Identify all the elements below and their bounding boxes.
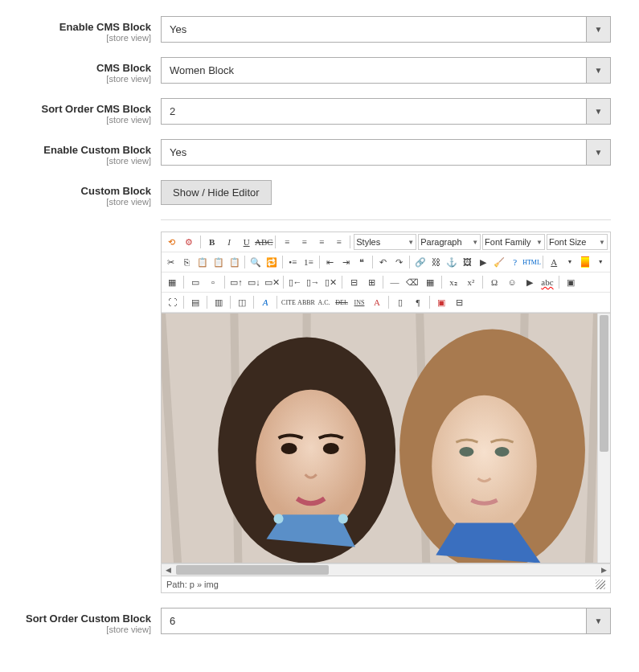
copy-icon[interactable]: ⎘: [180, 254, 195, 270]
visual-aid-icon[interactable]: ▦: [422, 274, 438, 290]
media-browser-icon[interactable]: ▶: [522, 274, 538, 290]
insert-row-before-icon[interactable]: ▭↑: [228, 274, 244, 290]
enable-custom-block-select[interactable]: Yes ▼: [161, 139, 611, 166]
visualchars-icon[interactable]: ▯: [392, 294, 408, 310]
text-color-icon[interactable]: A: [547, 254, 561, 270]
hr-icon[interactable]: —: [387, 274, 403, 290]
toolbar-row-2: ✂ ⎘ 📋 📋 📋 🔍 🔁 •≡ 1≡ ⇤ ⇥ ❝ ↶: [162, 252, 610, 272]
cut-icon[interactable]: ✂: [164, 254, 178, 270]
delete-col-icon[interactable]: ▯✕: [322, 274, 338, 290]
chevron-down-icon: ▼: [586, 608, 610, 633]
field-scope: [store view]: [24, 74, 151, 84]
svg-point-3: [256, 390, 366, 535]
outdent-icon[interactable]: ⇤: [323, 254, 338, 270]
resize-grip-icon[interactable]: [596, 580, 605, 589]
vertical-scrollbar[interactable]: [597, 313, 610, 563]
redo-icon[interactable]: ↷: [391, 254, 406, 270]
subscript-icon[interactable]: x₂: [445, 274, 461, 290]
undo-icon[interactable]: ↶: [376, 254, 391, 270]
chevron-down-icon[interactable]: ▼: [563, 254, 577, 270]
delete-row-icon[interactable]: ▭✕: [264, 274, 280, 290]
format-select[interactable]: Paragraph▼: [418, 234, 481, 250]
bold-icon[interactable]: B: [204, 234, 219, 250]
blockquote-icon[interactable]: ❝: [354, 254, 369, 270]
cms-block-select[interactable]: Women Block ▼: [161, 57, 611, 84]
link-icon[interactable]: 🔗: [413, 254, 428, 270]
image-icon[interactable]: 🖼: [461, 254, 475, 270]
find-icon[interactable]: 🔍: [248, 254, 263, 270]
enable-cms-block-select[interactable]: Yes ▼: [161, 16, 611, 43]
toggle-editor-button[interactable]: Show / Hide Editor: [161, 180, 272, 205]
iespell-icon[interactable]: abc: [539, 274, 555, 290]
chevron-down-icon[interactable]: ▼: [593, 254, 608, 270]
align-justify-icon[interactable]: ≡: [331, 234, 346, 250]
move-backward-icon[interactable]: ▥: [211, 294, 227, 310]
variable-icon[interactable]: ⚙: [181, 234, 196, 250]
bg-color-icon[interactable]: [581, 256, 590, 268]
insert-col-before-icon[interactable]: ▯←: [287, 274, 303, 290]
merge-cells-icon[interactable]: ⊞: [363, 274, 379, 290]
nonbreaking-icon[interactable]: ¶: [410, 294, 426, 310]
absolute-icon[interactable]: ◫: [234, 294, 250, 310]
scrollbar-thumb[interactable]: [600, 315, 608, 452]
number-list-icon[interactable]: 1≡: [301, 254, 316, 270]
underline-icon[interactable]: U: [239, 234, 254, 250]
horizontal-scrollbar[interactable]: ◀ ▶: [161, 563, 611, 576]
path-display[interactable]: Path: p » img: [166, 580, 219, 589]
fullscreen-icon[interactable]: ⛶: [164, 294, 180, 310]
scroll-left-icon[interactable]: ◀: [162, 564, 174, 576]
layer-icon[interactable]: ▣: [563, 274, 579, 290]
indent-icon[interactable]: ⇥: [338, 254, 353, 270]
charmap-icon[interactable]: Ω: [486, 274, 502, 290]
cite-icon[interactable]: CITE: [281, 294, 297, 310]
italic-icon[interactable]: I: [221, 234, 236, 250]
align-left-icon[interactable]: ≡: [279, 234, 294, 250]
editor-statusbar: Path: p » img: [161, 576, 611, 593]
split-cells-icon[interactable]: ⊟: [346, 274, 362, 290]
insert-row-after-icon[interactable]: ▭↓: [246, 274, 262, 290]
move-forward-icon[interactable]: ▤: [187, 294, 203, 310]
attribs-icon[interactable]: A: [369, 294, 385, 310]
align-center-icon[interactable]: ≡: [297, 234, 312, 250]
template-icon[interactable]: ▣: [433, 294, 449, 310]
paste-icon[interactable]: 📋: [195, 254, 210, 270]
separator: [275, 236, 276, 248]
help-icon[interactable]: ?: [508, 254, 522, 270]
unlink-icon[interactable]: ⛓: [428, 254, 443, 270]
paste-text-icon[interactable]: 📋: [211, 254, 226, 270]
anchor-icon[interactable]: ⚓: [444, 254, 459, 270]
remove-format-icon[interactable]: ⌫: [404, 274, 420, 290]
widget-icon[interactable]: ⟲: [164, 234, 179, 250]
ins-icon[interactable]: INS: [351, 294, 367, 310]
scrollbar-thumb[interactable]: [176, 565, 329, 575]
strikethrough-icon[interactable]: ABC: [256, 234, 272, 250]
editor-content-wrap: [161, 313, 611, 563]
table-icon[interactable]: ▦: [164, 274, 180, 290]
input-col: Show / Hide Editor ⟲ ⚙ B I U ABC ≡ ≡ ≡ ≡: [161, 180, 611, 593]
cleanup-icon[interactable]: 🧹: [492, 254, 506, 270]
bullet-list-icon[interactable]: •≡: [285, 254, 300, 270]
scroll-right-icon[interactable]: ▶: [597, 564, 610, 576]
replace-icon[interactable]: 🔁: [264, 254, 279, 270]
emoticon-icon[interactable]: ☺: [504, 274, 520, 290]
cell-props-icon[interactable]: ▫: [205, 274, 221, 290]
styles-select[interactable]: Styles▼: [354, 234, 416, 250]
acronym-icon[interactable]: A.C.: [316, 294, 332, 310]
media-icon[interactable]: ▶: [476, 254, 490, 270]
sort-order-cms-select[interactable]: 2 ▼: [161, 98, 611, 125]
del-icon[interactable]: DEL: [334, 294, 350, 310]
sort-order-custom-select[interactable]: 6 ▼: [161, 608, 611, 634]
row-props-icon[interactable]: ▭: [187, 274, 203, 290]
pagebreak-icon[interactable]: ⊟: [451, 294, 467, 310]
align-right-icon[interactable]: ≡: [313, 234, 329, 250]
editor-content[interactable]: [162, 313, 597, 563]
superscript-icon[interactable]: x²: [463, 274, 479, 290]
paste-word-icon[interactable]: 📋: [227, 254, 242, 270]
abbr-icon[interactable]: ABBR: [298, 294, 314, 310]
insert-col-after-icon[interactable]: ▯→: [305, 274, 321, 290]
style-props-icon[interactable]: A: [257, 294, 273, 310]
font-size-select[interactable]: Font Size▼: [547, 234, 608, 250]
font-family-select[interactable]: Font Family▼: [482, 234, 545, 250]
html-icon[interactable]: HTML: [523, 254, 539, 270]
chevron-down-icon: ▼: [586, 58, 610, 83]
